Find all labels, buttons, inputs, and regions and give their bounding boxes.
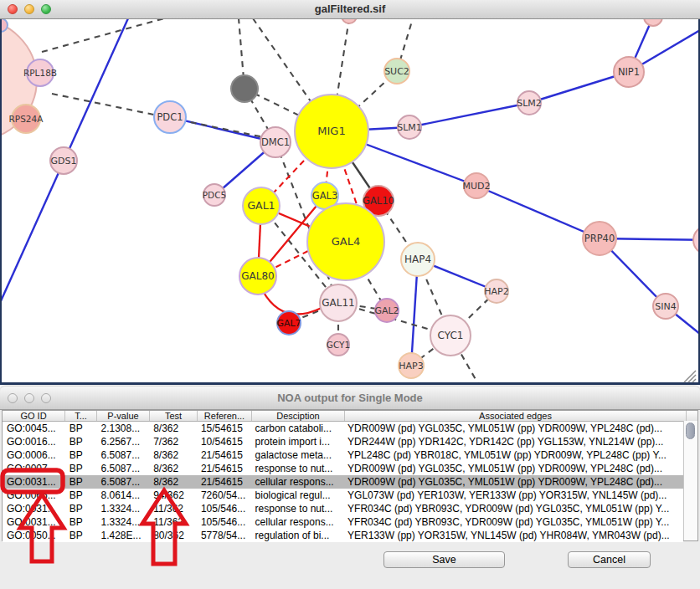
scrollbar-thumb[interactable]: [686, 423, 695, 439]
cell-p-value[interactable]: 8.0614...: [96, 489, 149, 502]
cell-t[interactable]: BP: [65, 448, 97, 462]
cell-t[interactable]: BP: [65, 422, 97, 435]
cell-desciption[interactable]: carbon cataboli...: [251, 422, 343, 435]
cell-go-id[interactable]: GO:0031...: [3, 515, 65, 529]
node-label-gal11: GAL11: [322, 297, 354, 309]
cell-p-value[interactable]: 6.5087...: [96, 475, 149, 489]
cell-associated-edges[interactable]: YDR009W (pd) YGL035C, YML051W (pp) YDR00…: [343, 422, 683, 435]
cell-t[interactable]: BP: [65, 502, 97, 515]
cell-referen[interactable]: 21/54615: [197, 448, 251, 462]
cell-desciption[interactable]: galactose meta...: [251, 448, 343, 462]
cell-desciption[interactable]: response to nut...: [251, 502, 343, 515]
cell-p-value[interactable]: 2.1308...: [96, 422, 149, 435]
noa-window-titlebar[interactable]: NOA output for Single Mode: [0, 387, 700, 410]
column-header-p-value[interactable]: P-value: [97, 411, 150, 421]
table-row[interactable]: GO:0031...BP1.3324...11/362105/546...res…: [3, 502, 683, 515]
cell-t[interactable]: BP: [65, 515, 97, 529]
network-window-titlebar[interactable]: galFiltered.sif: [0, 0, 700, 19]
node-label-rpl18b: RPL18B: [23, 68, 57, 78]
close-button[interactable]: [8, 4, 18, 14]
cell-desciption[interactable]: regulation of bi...: [251, 529, 343, 542]
cell-test[interactable]: 8/362: [149, 422, 197, 435]
zoom-button[interactable]: [41, 4, 51, 14]
cell-p-value[interactable]: 1.428E...: [96, 529, 149, 542]
node-corner-tl[interactable]: [0, 18, 8, 32]
column-header-go-id[interactable]: GO ID: [3, 411, 65, 421]
cell-desciption[interactable]: biological regul...: [251, 489, 343, 502]
cell-desciption[interactable]: protein import i...: [251, 435, 343, 448]
cell-t[interactable]: BP: [65, 489, 97, 502]
cell-go-id[interactable]: GO:0031...: [3, 475, 65, 489]
cell-test[interactable]: 8/362: [149, 475, 197, 489]
cell-t[interactable]: BP: [65, 529, 97, 542]
cell-go-id[interactable]: GO:0031...: [3, 502, 65, 515]
cell-p-value[interactable]: 1.3324...: [96, 502, 149, 515]
cell-desciption[interactable]: response to nut...: [251, 462, 343, 475]
cancel-button[interactable]: Cancel: [568, 551, 651, 568]
edge-blue[interactable]: [409, 103, 529, 127]
network-canvas[interactable]: RPL18BRPS24AGDS1PDC1PDC5DMC1MIG1SUC2SLM1…: [0, 0, 700, 385]
cell-referen[interactable]: 105/546...: [197, 502, 251, 515]
cell-associated-edges[interactable]: YDR009W (pd) YGL035C, YML051W (pp) YDR00…: [343, 475, 683, 489]
edge-blue[interactable]: [476, 186, 600, 238]
cell-t[interactable]: BP: [65, 462, 97, 475]
cell-referen[interactable]: 7260/54...: [197, 489, 251, 502]
column-header-desciption[interactable]: Desciption: [252, 411, 345, 421]
edge-dash[interactable]: [42, 18, 164, 52]
cell-test[interactable]: 8/362: [149, 448, 197, 462]
cell-associated-edges[interactable]: YGL073W (pd) YER103W, YER133W (pp) YOR31…: [343, 489, 683, 502]
cell-test[interactable]: 80/362: [149, 529, 197, 542]
cell-associated-edges[interactable]: YFR034C (pd) YBR093C, YDR009W (pd) YGL03…: [343, 502, 683, 515]
cell-referen[interactable]: 105/546...: [197, 515, 251, 529]
cell-go-id[interactable]: GO:0050...: [3, 529, 65, 542]
cell-p-value[interactable]: 6.2567...: [96, 435, 149, 448]
cell-go-id[interactable]: GO:0007...: [3, 462, 65, 475]
cell-go-id[interactable]: GO:0006...: [3, 448, 65, 462]
table-row[interactable]: GO:0065...BP8.0614...94/3627260/54...bio…: [3, 489, 683, 502]
cell-desciption[interactable]: cellular respons...: [251, 475, 343, 489]
cell-referen[interactable]: 15/54615: [197, 422, 251, 435]
cell-referen[interactable]: 21/54615: [197, 462, 251, 475]
cell-test[interactable]: 7/362: [149, 435, 197, 448]
cell-go-id[interactable]: GO:0045...: [3, 422, 65, 435]
table-row[interactable]: GO:0050...BP1.428E...80/3625778/54...reg…: [3, 529, 683, 542]
table-row[interactable]: GO:0045...BP2.1308...8/36215/54615carbon…: [3, 422, 683, 435]
minimize-button[interactable]: [24, 4, 34, 14]
cell-associated-edges[interactable]: YDR009W (pd) YGL035C, YML051W (pp) YDR00…: [343, 462, 683, 475]
column-header-t[interactable]: T...: [65, 411, 97, 421]
cell-associated-edges[interactable]: YDR244W (pp) YDR142C, YDR142C (pp) YGL15…: [343, 435, 683, 448]
edge-red[interactable]: [263, 291, 322, 315]
cell-t[interactable]: BP: [65, 475, 97, 489]
table-row[interactable]: GO:0006...BP6.5087...8/36221/54615galact…: [3, 448, 683, 462]
table-row[interactable]: GO:0016...BP6.2567...7/36210/54615protei…: [3, 435, 683, 448]
cell-associated-edges[interactable]: YER133W (pp) YOR315W, YNL145W (pd) YHR08…: [343, 529, 683, 542]
cell-p-value[interactable]: 6.5087...: [96, 448, 149, 462]
column-header-associated-edges[interactable]: Associated edges: [345, 411, 687, 421]
table-row[interactable]: GO:0031...BP6.5087...8/36221/54615cellul…: [3, 475, 683, 489]
table-row[interactable]: GO:0007...BP6.5087...8/36221/54615respon…: [3, 462, 683, 475]
node-gray-node[interactable]: [231, 75, 258, 102]
save-button[interactable]: Save: [383, 551, 505, 568]
vertical-scrollbar[interactable]: [683, 421, 697, 540]
cell-referen[interactable]: 21/54615: [197, 475, 251, 489]
node-label-prp40: PRP40: [584, 233, 615, 244]
cell-associated-edges[interactable]: YFR034C (pd) YBR093C, YDR009W (pd) YGL03…: [343, 515, 683, 529]
cell-desciption[interactable]: cellular respons...: [251, 515, 343, 529]
cell-test[interactable]: 8/362: [149, 462, 197, 475]
cell-referen[interactable]: 10/54615: [197, 435, 251, 448]
cell-p-value[interactable]: 6.5087...: [96, 462, 149, 475]
column-header-test[interactable]: Test: [150, 411, 198, 421]
cell-test[interactable]: 11/362: [149, 502, 197, 515]
resize-grip-icon[interactable]: [682, 370, 697, 383]
node-label-dmc1: DMC1: [261, 136, 290, 148]
cell-test[interactable]: 94/362: [149, 489, 197, 502]
cell-p-value[interactable]: 1.3324...: [96, 515, 149, 529]
cell-referen[interactable]: 5778/54...: [197, 529, 251, 542]
cell-test[interactable]: 11/362: [149, 515, 197, 529]
cell-go-id[interactable]: GO:0016...: [3, 435, 65, 448]
cell-t[interactable]: BP: [65, 435, 97, 448]
table-row[interactable]: GO:0031...BP1.3324...11/362105/546...cel…: [3, 515, 683, 529]
cell-go-id[interactable]: GO:0065...: [3, 489, 65, 502]
cell-associated-edges[interactable]: YPL248C (pd) YBR018C, YML051W (pp) YDR00…: [343, 448, 683, 462]
column-header-referen[interactable]: Referen...: [198, 411, 252, 421]
